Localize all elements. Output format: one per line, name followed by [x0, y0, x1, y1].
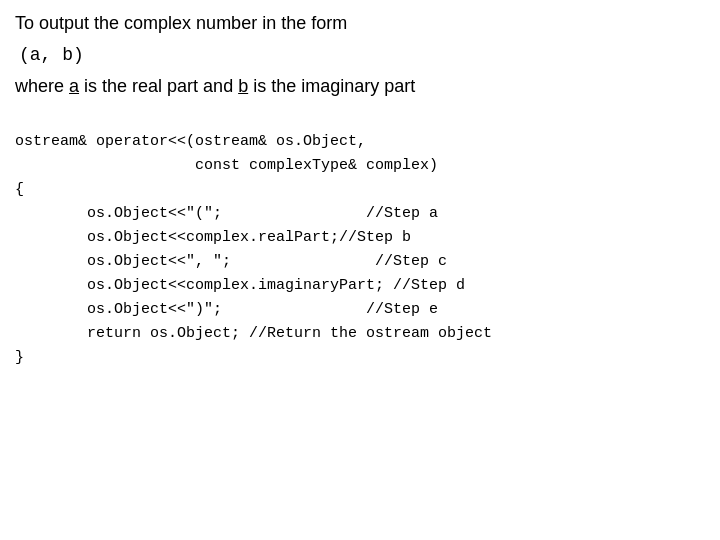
intro-line1: To output the complex number in the form [15, 10, 705, 37]
variable-b: b [238, 76, 248, 96]
code-block: ostream& operator<<(ostream& os.Object, … [15, 130, 705, 370]
signature-line1: ostream& operator<<(ostream& os.Object, [15, 130, 705, 154]
signature-line2: const complexType& complex) [15, 154, 705, 178]
code-lines: os.Object<<"("; //Step a os.Object<<comp… [15, 202, 705, 322]
brace-open: { [15, 178, 705, 202]
code-line-3: os.Object<<complex.imaginaryPart; //Step… [15, 274, 705, 298]
code-line-4: os.Object<<")"; //Step e [15, 298, 705, 322]
where-post: is the imaginary part [248, 76, 415, 96]
where-mid: is the real part and [79, 76, 238, 96]
form-example: (a, b) [19, 45, 705, 65]
variable-a: a [69, 76, 79, 96]
code-line-1: os.Object<<complex.realPart;//Step b [15, 226, 705, 250]
brace-close: } [15, 346, 705, 370]
where-prefix: where [15, 76, 69, 96]
return-line: return os.Object; //Return the ostream o… [15, 322, 705, 346]
code-line-0: os.Object<<"("; //Step a [15, 202, 705, 226]
code-line-2: os.Object<<", "; //Step c [15, 250, 705, 274]
where-text: where a is the real part and b is the im… [15, 73, 705, 100]
